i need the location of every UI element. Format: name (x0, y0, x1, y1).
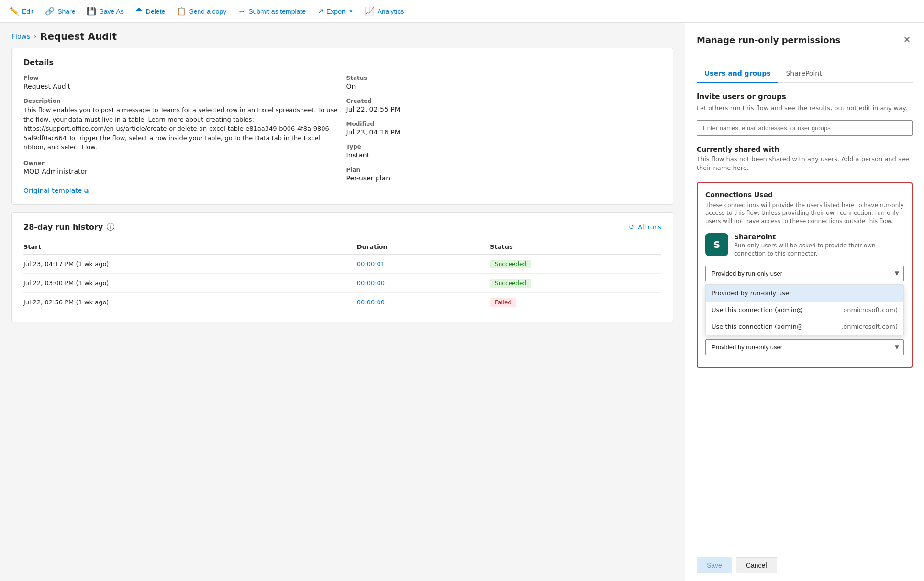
plan-detail: Plan Per-user plan (346, 167, 662, 182)
dropdown-list-item-2[interactable]: Use this connection (admin@ .onmicrosoft… (706, 318, 903, 335)
col-duration: Duration (357, 239, 490, 255)
left-content: Flows › Request Audit Details Flow Reque… (0, 23, 685, 581)
share-button[interactable]: 🔗 Share (39, 3, 81, 20)
run-history-title-row: 28-day run history i (23, 223, 114, 232)
description-detail: Description This flow enables you to pos… (23, 98, 339, 152)
invite-input[interactable] (697, 120, 913, 136)
flow-value: Request Audit (23, 82, 339, 90)
panel-title: Manage run-only permissions (697, 35, 840, 45)
shared-desc: This flow has not been shared with any u… (697, 155, 913, 172)
dropdown-list-item-1[interactable]: Use this connection (admin@ onmicrosoft.… (706, 302, 903, 318)
toolbar: ✏️ Edit 🔗 Share 💾 Save As 🗑 Delete 📋 Sen… (0, 0, 924, 23)
run-duration-cell: 00:00:00 (357, 292, 490, 312)
submit-template-button[interactable]: ↔ Submit as template (232, 3, 312, 20)
send-copy-button[interactable]: 📋 Send a copy (171, 3, 232, 20)
all-runs-link[interactable]: All runs (638, 223, 661, 231)
analytics-button[interactable]: 📈 Analytics (359, 3, 410, 20)
run-start-cell: Jul 22, 03:00 PM (1 wk ago) (23, 273, 357, 292)
type-value: Instant (346, 151, 662, 159)
connector-note: Run-only users will be asked to provide … (734, 242, 904, 258)
run-duration-cell: 00:00:01 (357, 254, 490, 273)
run-status-cell: Succeeded (490, 273, 661, 292)
run-history-table: Start Duration Status Jul 23, 04:17 PM (… (23, 239, 661, 312)
cancel-button[interactable]: Cancel (736, 557, 777, 573)
connector-letter: S (713, 239, 720, 250)
export-icon: ↗ (317, 7, 323, 16)
tab-users-groups[interactable]: Users and groups (697, 65, 778, 83)
save-button[interactable]: Save (697, 557, 732, 573)
run-history-card: 28-day run history i ↺ All runs Start Du… (11, 212, 673, 322)
table-row: Jul 22, 03:00 PM (1 wk ago) 00:00:00 Suc… (23, 273, 661, 292)
analytics-icon: 📈 (365, 7, 374, 16)
created-value: Jul 22, 02:55 PM (346, 105, 662, 113)
table-row: Jul 23, 04:17 PM (1 wk ago) 00:00:01 Suc… (23, 254, 661, 273)
type-label: Type (346, 144, 662, 150)
plan-value: Per-user plan (346, 174, 662, 182)
export-button[interactable]: ↗ Export ▼ (312, 3, 359, 20)
run-status-cell: Failed (490, 292, 661, 312)
connector-info: SharePoint Run-only users will be asked … (734, 233, 904, 258)
flow-label: Flow (23, 75, 339, 81)
col-status: Status (490, 239, 661, 255)
invite-section-desc: Let others run this flow and see the res… (697, 104, 913, 112)
description-label: Description (23, 98, 339, 104)
share-icon: 🔗 (45, 7, 55, 16)
status-badge: Failed (490, 298, 516, 307)
description-value: This flow enables you to post a message … (23, 105, 339, 152)
original-template-link[interactable]: Original template ⧉ (23, 187, 339, 195)
run-history-title: 28-day run history (23, 223, 103, 232)
details-right-column: Status On Created Jul 22, 02:55 PM Modif… (346, 75, 662, 195)
dropdown-open-list: Provided by run-only user Use this conne… (705, 284, 904, 335)
delete-button[interactable]: 🗑 Delete (130, 3, 171, 20)
tab-sharepoint[interactable]: SharePoint (778, 65, 829, 83)
connection-dropdown-wrapper: Provided by run-only user Use this conne… (705, 266, 904, 281)
details-grid: Flow Request Audit Description This flow… (23, 75, 661, 195)
shared-title: Currently shared with (697, 145, 913, 153)
run-duration-cell: 00:00:00 (357, 273, 490, 292)
sharepoint-connector-icon: S (705, 233, 728, 256)
owner-detail: Owner MOD Administrator (23, 160, 339, 175)
breadcrumb-current: Request Audit (40, 31, 117, 42)
connections-desc: These connections will provide the users… (705, 201, 904, 225)
panel-body: Users and groups SharePoint Invite users… (685, 55, 924, 549)
edit-icon: ✏️ (10, 7, 19, 16)
submit-template-icon: ↔ (238, 7, 245, 16)
connections-box: Connections Used These connections will … (697, 182, 913, 368)
modified-label: Modified (346, 121, 662, 127)
status-label: Status (346, 75, 662, 81)
modified-detail: Modified Jul 23, 04:16 PM (346, 121, 662, 136)
status-detail: Status On (346, 75, 662, 90)
right-panel: Manage run-only permissions ✕ Users and … (685, 23, 924, 581)
tab-bar: Users and groups SharePoint (697, 65, 913, 83)
external-link-icon: ⧉ (84, 187, 89, 195)
connector-row: S SharePoint Run-only users will be aske… (705, 233, 904, 258)
main-layout: Flows › Request Audit Details Flow Reque… (0, 23, 924, 581)
save-as-button[interactable]: 💾 Save As (81, 3, 129, 20)
second-connection-dropdown-wrapper: Provided by run-only user Use this conne… (705, 339, 904, 355)
breadcrumb-flows-link[interactable]: Flows (11, 33, 30, 40)
invite-section-title: Invite users or groups (697, 92, 913, 101)
close-button[interactable]: ✕ (902, 33, 913, 47)
modified-value: Jul 23, 04:16 PM (346, 128, 662, 136)
send-copy-icon: 📋 (177, 7, 186, 16)
delete-icon: 🗑 (135, 7, 143, 16)
owner-value: MOD Administrator (23, 168, 339, 175)
status-value: On (346, 82, 662, 90)
created-label: Created (346, 98, 662, 104)
second-connection-dropdown[interactable]: Provided by run-only user Use this conne… (705, 339, 904, 355)
owner-label: Owner (23, 160, 339, 167)
panel-header: Manage run-only permissions ✕ (685, 23, 924, 55)
connection-dropdown[interactable]: Provided by run-only user Use this conne… (705, 266, 904, 281)
breadcrumb: Flows › Request Audit (0, 23, 685, 48)
connector-name: SharePoint (734, 233, 904, 241)
run-history-header: 28-day run history i ↺ All runs (23, 223, 661, 232)
run-start-cell: Jul 23, 04:17 PM (1 wk ago) (23, 254, 357, 273)
details-card-title: Details (23, 58, 661, 67)
flow-detail: Flow Request Audit (23, 75, 339, 90)
run-history-actions[interactable]: ↺ All runs (629, 223, 661, 231)
dropdown-list-item-0[interactable]: Provided by run-only user (706, 285, 903, 302)
run-start-cell: Jul 22, 02:56 PM (1 wk ago) (23, 292, 357, 312)
connections-title: Connections Used (705, 191, 904, 199)
edit-button[interactable]: ✏️ Edit (4, 3, 39, 20)
table-row: Jul 22, 02:56 PM (1 wk ago) 00:00:00 Fai… (23, 292, 661, 312)
